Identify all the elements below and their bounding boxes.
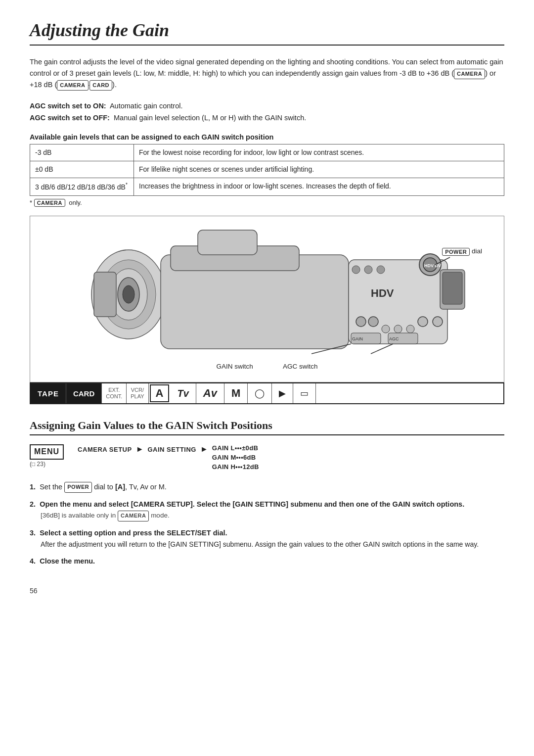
agc-off-label: AGC switch set to OFF: [30,114,110,122]
svg-point-4 [123,285,134,303]
card-button[interactable]: CARD [66,383,102,403]
agc-on-text: Automatic gain control. [110,102,183,110]
svg-rect-7 [198,230,257,255]
step-1: 1. Set the POWER dial to [A], Tv, Av or … [30,481,504,493]
table-cell-level-2: ±0 dB [30,161,134,178]
svg-point-17 [368,317,378,327]
step-1-number: 1. [30,483,36,491]
step-3-text: Select a setting option and press the SE… [40,529,227,537]
step-4: 4. Close the menu. [30,556,504,567]
svg-text:HDV DV: HDV DV [424,263,441,268]
table-cell-desc-3: Increases the brightness in indoor or lo… [134,178,504,195]
camera-badge-footnote: CAMERA [34,199,65,207]
camera-badge-1: CAMERA [454,69,485,80]
table-cell-level-1: -3 dB [30,144,134,161]
steps-section: 1. Set the POWER dial to [A], Tv, Av or … [30,481,504,567]
menu-submenu: GAIN L•••±0dB GAIN M•••6dB GAIN H•••12dB [212,444,259,471]
svg-point-21 [418,317,428,327]
agc-off-text: Manual gain level selection (L, M or H) … [114,114,306,122]
step-2-number: 2. [30,500,36,508]
gain-table: -3 dB For the lowest noise recording for… [30,144,504,196]
table-row: 3 dB/6 dB/12 dB/18 dB/36 dB* Increases t… [30,178,504,195]
ext-label: EXT. [108,387,120,393]
bell-icon-button[interactable]: ◯ [248,383,272,403]
agc-lines: AGC switch set to ON: Automatic gain con… [30,100,504,124]
svg-text:GAIN: GAIN [352,336,363,341]
mode-av-button[interactable]: Av [196,383,224,403]
agc-switch-label: AGC switch [283,363,318,370]
step-2: 2. Open the menu and select [CAMERA SETU… [30,499,504,521]
menu-block: MENU (□ 23) CAMERA SETUP ► GAIN SETTING … [30,444,504,471]
menu-submenu-item-2: GAIN M•••6dB [212,454,259,461]
menu-ref: (□ 23) [30,461,45,468]
cont-label: CONT. [106,393,122,400]
section-heading: Assigning Gain Values to the GAIN Switch… [30,419,504,435]
svg-point-11 [364,266,372,274]
mode-bar: TAPE CARD EXT. CONT. VCR/ PLAY A Tv Av M… [30,382,504,404]
camera-illustration: HDV HDV DV GAIN AGC [64,225,470,359]
agc-line-2: AGC switch set to OFF: Manual gain level… [30,112,504,124]
step-2-text: Open the menu and select [CAMERA SETUP].… [40,500,464,508]
power-badge-step1: POWER [64,482,92,493]
page-title: Adjusting the Gain [30,20,504,46]
menu-submenu-item-3: GAIN H•••12dB [212,463,259,471]
menu-arrow-1: ► [136,444,144,454]
rect-icon-button[interactable]: ▭ [293,383,316,403]
gain-switch-label: GAIN switch [217,363,253,370]
svg-point-22 [433,317,443,327]
tape-icon-button[interactable]: ▶ [272,383,293,403]
gain-table-section: Available gain levels that can be assign… [30,133,504,207]
intro-text-1: The gain control adjusts the level of th… [30,58,503,77]
svg-point-12 [377,266,385,274]
agc-on-label: AGC switch set to ON: [30,102,106,110]
play-label: PLAY [131,393,144,400]
switch-labels: GAIN switch AGC switch [42,363,492,370]
camera-badge-step2: CAMERA [118,511,149,521]
table-row: ±0 dB For lifelike night scenes or scene… [30,161,504,178]
power-dial-text: dial [472,247,482,255]
mode-a-inline: [A] [115,483,125,491]
svg-point-16 [356,317,366,327]
svg-rect-29 [443,272,462,304]
agc-line-1: AGC switch set to ON: Automatic gain con… [30,100,504,112]
table-cell-desc-2: For lifelike night scenes or scenes unde… [134,161,504,178]
menu-chain: CAMERA SETUP ► GAIN SETTING ► GAIN L•••±… [78,444,504,471]
menu-arrow-2: ► [200,444,208,454]
tape-button[interactable]: TAPE [31,383,66,403]
table-row: -3 dB For the lowest noise recording for… [30,144,504,161]
svg-point-20 [406,325,414,333]
step-3-sub: After the adjustment you will return to … [41,539,504,550]
step-4-text: Close the menu. [40,557,95,565]
table-caption: Available gain levels that can be assign… [30,133,504,141]
svg-point-18 [382,325,390,333]
svg-text:HDV: HDV [371,287,394,299]
svg-text:AGC: AGC [389,336,399,341]
camera-diagram-box: HDV HDV DV GAIN AGC [30,216,504,382]
vcr-label: VCR/ [131,387,144,393]
intro-text-1c: ). [112,81,117,89]
card-badge-1: CARD [89,80,112,91]
camera-svg-wrapper: HDV HDV DV GAIN AGC [42,225,492,359]
power-dial-label: POWER dial [442,247,482,255]
svg-point-19 [394,325,402,333]
table-cell-level-3: 3 dB/6 dB/12 dB/18 dB/36 dB* [30,178,134,195]
svg-rect-27 [94,272,116,317]
intro-paragraph: The gain control adjusts the level of th… [30,56,504,91]
page-number: 56 [30,587,504,595]
menu-submenu-item-1: GAIN L•••±0dB [212,444,259,452]
step-3: 3. Select a setting option and press the… [30,527,504,550]
vcr-play-item: VCR/ PLAY [127,383,148,403]
menu-step-2: GAIN SETTING [147,444,196,453]
mode-m-button[interactable]: M [224,383,248,403]
power-badge: POWER [442,248,470,256]
menu-step-2-label: GAIN SETTING [147,444,196,453]
camera-badge-2: CAMERA [57,80,88,91]
table-footnote: * CAMERA only. [30,199,504,207]
mode-a-button[interactable]: A [150,384,170,402]
menu-label: MENU [30,444,64,460]
mode-tv-button[interactable]: Tv [170,383,196,403]
svg-line-31 [371,344,393,354]
ext-cont-item: EXT. CONT. [102,383,127,403]
menu-step-1-label: CAMERA SETUP [78,444,132,453]
step-2-note: [36dB] is available only in CAMERA mode. [41,510,504,521]
